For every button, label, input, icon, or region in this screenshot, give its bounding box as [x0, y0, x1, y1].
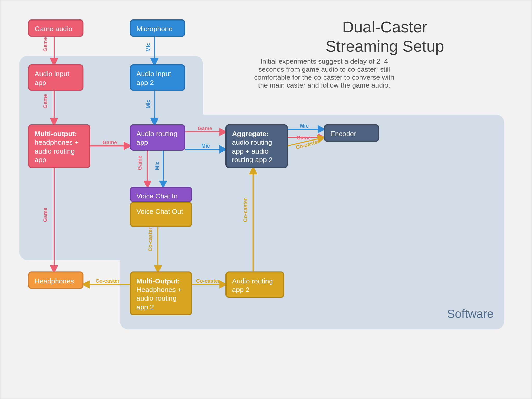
node-aggregate: Aggregate: audio routing app + audio rou… — [225, 124, 288, 168]
node-headphones: Headphones — [28, 271, 83, 289]
title-line-2: Streaming Setup — [270, 37, 499, 55]
node-microphone: Microphone — [130, 19, 185, 37]
software-label: Software — [447, 307, 494, 321]
arrow-label-game: Game — [42, 37, 48, 52]
node-routing-app-2: Audio routing app 2 — [225, 271, 284, 298]
node-multi-out-2: Multi-Output: Headphones + audio routing… — [130, 271, 192, 315]
node-audio-in-1: Audio input app — [28, 64, 83, 91]
node-game-audio: Game audio — [28, 19, 83, 37]
title-line-1: Dual-Caster — [270, 18, 499, 36]
subtitle: Initial experiments suggest a delay of 2… — [250, 57, 398, 89]
arrow-label-mic: Mic — [145, 43, 151, 51]
diagram-stage: Software Dual-Caster Streaming Setup Ini… — [0, 0, 532, 399]
node-multi-out-1: Multi-output: headphones + audio routing… — [28, 124, 90, 168]
node-routing-app: Audio routing app — [130, 124, 185, 151]
node-voice-in: Voice Chat In — [130, 187, 192, 202]
node-encoder: Encoder — [324, 124, 379, 142]
arrow-label-cocaster: Co-caster — [96, 278, 119, 284]
node-audio-in-2: Audio input app 2 — [130, 64, 185, 91]
node-voice-out: Voice Chat Out — [130, 202, 192, 227]
